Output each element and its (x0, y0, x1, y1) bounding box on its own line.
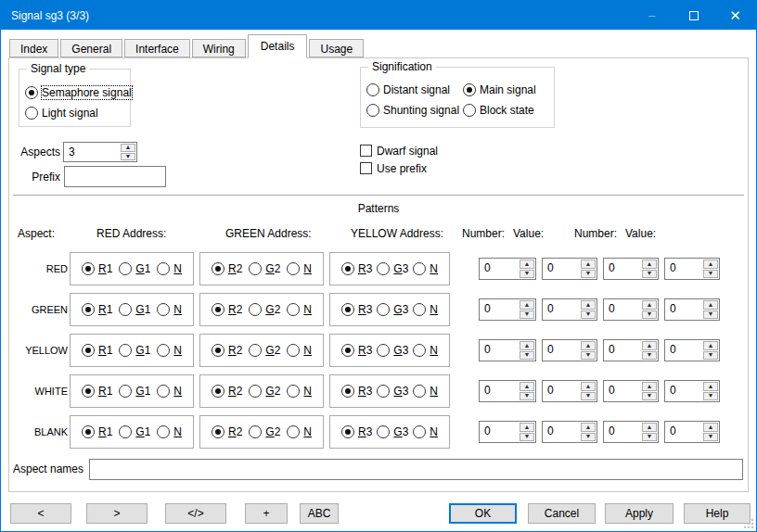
pattern-stepper[interactable]: 0▲▼ (542, 421, 597, 443)
radio-n[interactable]: N (287, 425, 312, 438)
spin-down-button[interactable]: ▼ (520, 433, 534, 442)
spin-down-button[interactable]: ▼ (703, 433, 718, 442)
close-button[interactable]: ✕ (714, 1, 756, 30)
radio-n[interactable]: N (413, 385, 438, 398)
pattern-stepper[interactable]: 0▲▼ (479, 380, 536, 402)
stepper-value[interactable]: 0 (543, 340, 580, 361)
spin-up-button[interactable]: ▲ (642, 300, 657, 310)
radio-n[interactable]: N (287, 344, 312, 357)
pattern-stepper[interactable]: 0▲▼ (664, 298, 720, 321)
spin-down-button[interactable]: ▼ (703, 392, 718, 401)
radio-g2[interactable]: G2 (249, 385, 280, 398)
tab-interface[interactable]: Interface (124, 39, 190, 57)
cancel-button[interactable]: Cancel (528, 503, 596, 524)
spin-up-button[interactable]: ▲ (581, 300, 596, 310)
spin-down-button[interactable]: ▼ (520, 270, 534, 279)
stepper-value[interactable]: 0 (604, 259, 641, 279)
stepper-value[interactable]: 0 (604, 422, 641, 442)
spin-down-button[interactable]: ▼ (642, 270, 657, 279)
spin-up-button[interactable]: ▲ (703, 341, 718, 350)
spin-down-button[interactable]: ▼ (703, 270, 718, 279)
checkbox-use-prefix[interactable]: Use prefix (360, 161, 427, 175)
ok-button[interactable]: OK (449, 503, 517, 524)
radio-g2[interactable]: G2 (249, 344, 280, 357)
radio-r1[interactable]: R1 (82, 385, 112, 398)
aspect-names-input[interactable] (89, 459, 743, 480)
radio-r3[interactable]: R3 (341, 385, 372, 398)
pattern-stepper[interactable]: 0▲▼ (479, 298, 536, 321)
spin-up-button[interactable]: ▲ (581, 382, 596, 391)
spin-up-button[interactable]: ▲ (121, 144, 135, 152)
pattern-stepper[interactable]: 0▲▼ (603, 298, 659, 321)
tab-index[interactable]: Index (9, 39, 58, 57)
pattern-stepper[interactable]: 0▲▼ (603, 339, 659, 361)
tab-general[interactable]: General (60, 39, 122, 57)
stepper-value[interactable]: 0 (665, 422, 702, 442)
pattern-stepper[interactable]: 0▲▼ (479, 339, 536, 361)
stepper-value[interactable]: 0 (665, 340, 702, 361)
spin-down-button[interactable]: ▼ (642, 392, 657, 401)
titlebar[interactable]: Signal sg3 (3/3) – ✕ (1, 1, 756, 30)
stepper-value[interactable]: 0 (543, 381, 580, 401)
radio-distant-signal[interactable]: Distant signal (366, 80, 463, 100)
pattern-stepper[interactable]: 0▲▼ (542, 380, 597, 402)
radio-r2[interactable]: R2 (212, 262, 242, 275)
tab-details[interactable]: Details (248, 34, 308, 58)
stepper-value[interactable]: 0 (665, 381, 702, 401)
stepper-value[interactable]: 0 (665, 299, 702, 320)
spin-up-button[interactable]: ▲ (520, 382, 534, 391)
stepper-value[interactable]: 0 (480, 259, 519, 279)
pattern-stepper[interactable]: 0▲▼ (603, 380, 659, 402)
minimize-button[interactable]: – (631, 1, 673, 30)
radio-n[interactable]: N (157, 303, 182, 316)
pattern-stepper[interactable]: 0▲▼ (542, 298, 597, 321)
radio-r3[interactable]: R3 (341, 303, 372, 316)
radio-n[interactable]: N (413, 303, 438, 316)
radio-r3[interactable]: R3 (341, 262, 372, 275)
nav-button-next[interactable]: > (86, 503, 148, 524)
pattern-stepper[interactable]: 0▲▼ (664, 380, 720, 402)
radio-g1[interactable]: G1 (119, 344, 150, 357)
spin-down-button[interactable]: ▼ (703, 310, 718, 320)
prefix-input[interactable] (64, 166, 166, 187)
tab-wiring[interactable]: Wiring (192, 39, 246, 57)
spin-up-button[interactable]: ▲ (581, 341, 596, 350)
radio-r1[interactable]: R1 (82, 425, 112, 438)
radio-n[interactable]: N (413, 262, 438, 275)
spin-down-button[interactable]: ▼ (642, 310, 657, 320)
stepper-value[interactable]: 0 (480, 299, 519, 320)
spin-down-button[interactable]: ▼ (581, 310, 596, 320)
spin-up-button[interactable]: ▲ (642, 260, 657, 269)
radio-g1[interactable]: G1 (119, 425, 150, 438)
nav-button-abc[interactable]: ABC (300, 503, 339, 524)
spin-up-button[interactable]: ▲ (703, 260, 718, 269)
spin-down-button[interactable]: ▼ (121, 153, 135, 161)
nav-button-add[interactable]: + (245, 503, 288, 524)
spin-up-button[interactable]: ▲ (703, 300, 718, 310)
checkbox-dwarf-signal[interactable]: Dwarf signal (360, 144, 438, 158)
radio-n[interactable]: N (157, 262, 182, 275)
aspects-stepper[interactable]: 3 ▲ ▼ (63, 142, 137, 162)
pattern-stepper[interactable]: 0▲▼ (542, 258, 597, 280)
radio-g3[interactable]: G3 (377, 425, 408, 438)
maximize-button[interactable] (673, 1, 714, 30)
radio-r3[interactable]: R3 (341, 344, 372, 357)
radio-r1[interactable]: R1 (82, 262, 112, 275)
tab-usage[interactable]: Usage (309, 39, 364, 57)
spin-down-button[interactable]: ▼ (520, 310, 534, 320)
radio-g3[interactable]: G3 (377, 262, 408, 275)
spin-up-button[interactable]: ▲ (703, 382, 718, 391)
aspects-value[interactable]: 3 (64, 143, 120, 161)
stepper-value[interactable]: 0 (604, 299, 641, 320)
radio-g2[interactable]: G2 (249, 262, 280, 275)
spin-down-button[interactable]: ▼ (520, 351, 534, 361)
resize-grip-icon[interactable] (744, 519, 753, 528)
radio-r2[interactable]: R2 (212, 303, 242, 316)
spin-down-button[interactable]: ▼ (642, 351, 657, 361)
radio-r1[interactable]: R1 (82, 303, 112, 316)
nav-button-prev[interactable]: < (10, 503, 71, 524)
radio-shunting-signal[interactable]: Shunting signal (366, 100, 463, 120)
spin-up-button[interactable]: ▲ (642, 423, 657, 432)
radio-r2[interactable]: R2 (212, 385, 242, 398)
spin-up-button[interactable]: ▲ (520, 423, 534, 432)
